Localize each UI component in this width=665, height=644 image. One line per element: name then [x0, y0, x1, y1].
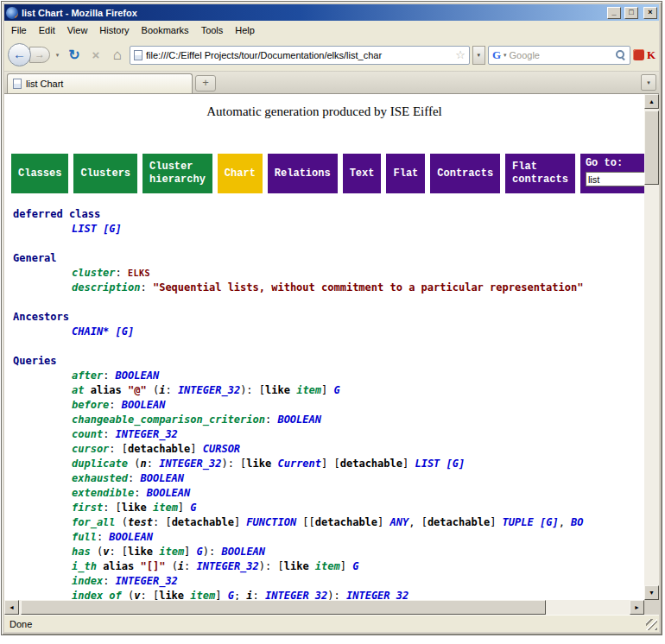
reload-icon[interactable]: ↻: [65, 47, 84, 63]
nav-button-flat[interactable]: Flat: [386, 154, 425, 193]
search-box[interactable]: G ▾ Google: [488, 46, 630, 65]
doc-seg-feat[interactable]: item: [190, 590, 215, 600]
doc-seg-cls[interactable]: INTEGER_32: [178, 384, 240, 396]
vertical-scroll-thumb[interactable]: [644, 110, 659, 185]
doc-seg-cls[interactable]: TUPLE: [503, 516, 534, 528]
doc-seg-feat[interactable]: extendible: [72, 487, 134, 499]
search-icon[interactable]: [615, 49, 626, 60]
doc-seg-cls[interactable]: INTEGER_32: [197, 560, 259, 572]
doc-seg-cls[interactable]: BOOLEAN: [221, 546, 265, 558]
doc-seg-cls[interactable]: G: [228, 590, 234, 600]
nav-button-relations[interactable]: Relations: [268, 154, 338, 193]
scroll-down-button[interactable]: ▼: [644, 585, 659, 600]
doc-seg-cls[interactable]: BO: [571, 516, 583, 528]
doc-seg-cls[interactable]: [G]: [116, 325, 135, 338]
nav-button-cluster-hierarchy[interactable]: Cluster hierarchy: [142, 154, 212, 193]
doc-seg-feat[interactable]: for_all: [72, 516, 116, 528]
doc-seg-cls[interactable]: BOOLEAN: [122, 399, 166, 411]
vertical-scroll-track[interactable]: [644, 109, 659, 585]
scroll-left-button[interactable]: ◄: [4, 600, 19, 615]
url-text[interactable]: file:///C:/Eiffel Projects/tour/Document…: [146, 50, 452, 60]
doc-seg-cls[interactable]: INTEGER_32: [346, 590, 408, 600]
menu-item-history[interactable]: History: [94, 23, 134, 37]
doc-seg-feat[interactable]: index_of: [72, 590, 122, 600]
horizontal-scroll-track[interactable]: [19, 600, 630, 615]
doc-seg-cls[interactable]: G: [352, 560, 358, 572]
doc-seg-cls[interactable]: LIST: [415, 458, 440, 470]
doc-seg-cls[interactable]: BOOLEAN: [116, 369, 160, 382]
menu-item-bookmarks[interactable]: Bookmarks: [136, 23, 194, 37]
history-dropdown-icon[interactable]: ▾: [53, 52, 62, 59]
menu-item-help[interactable]: Help: [230, 23, 260, 37]
back-button[interactable]: ←: [8, 43, 31, 66]
doc-seg-feat[interactable]: first: [72, 502, 103, 514]
doc-seg-feat[interactable]: i_th: [72, 560, 97, 572]
menu-item-view[interactable]: View: [62, 23, 93, 37]
nav-button-classes[interactable]: Classes: [11, 154, 68, 193]
scroll-right-button[interactable]: ►: [630, 600, 644, 615]
doc-seg-cls[interactable]: G: [334, 384, 340, 396]
doc-seg-cls[interactable]: [G]: [446, 458, 466, 470]
doc-seg-feat[interactable]: before: [72, 399, 109, 411]
doc-seg-feat[interactable]: item: [153, 502, 178, 514]
doc-seg-cls[interactable]: ANY: [390, 516, 409, 528]
horizontal-scrollbar[interactable]: ◄ ►: [4, 600, 644, 615]
doc-seg-feat[interactable]: has: [72, 546, 91, 558]
doc-seg-feat[interactable]: after: [72, 369, 103, 382]
doc-seg-feat[interactable]: count: [72, 428, 103, 440]
doc-seg-cls[interactable]: BOOLEAN: [277, 414, 321, 426]
minimize-button[interactable]: _: [607, 7, 621, 19]
doc-seg-feat[interactable]: index: [72, 575, 103, 587]
resize-grip[interactable]: [646, 619, 657, 630]
doc-seg-cls[interactable]: G: [190, 502, 196, 514]
stop-icon[interactable]: ×: [86, 47, 105, 62]
url-dropdown-button[interactable]: ▾: [472, 46, 485, 65]
doc-seg-feat[interactable]: item: [159, 546, 184, 558]
nav-button-flat-contracts[interactable]: Flat contracts: [505, 154, 575, 193]
goto-input[interactable]: [586, 172, 644, 186]
doc-seg-feat[interactable]: at: [72, 384, 84, 396]
search-input[interactable]: Google: [510, 50, 612, 60]
doc-seg-cls[interactable]: BOOLEAN: [147, 487, 191, 499]
horizontal-scroll-thumb[interactable]: [21, 600, 546, 615]
tab-list-dropdown-icon[interactable]: ▾: [641, 74, 656, 91]
doc-seg-cls[interactable]: [G]: [103, 223, 122, 235]
new-tab-button[interactable]: +: [195, 75, 216, 92]
tab-list-chart[interactable]: list Chart: [7, 73, 193, 93]
addon-icon-red[interactable]: [633, 49, 644, 60]
doc-seg-feat[interactable]: duplicate: [72, 458, 128, 470]
doc-seg-cls[interactable]: INTEGER_32: [116, 575, 178, 587]
bookmark-star-icon[interactable]: ☆: [455, 48, 466, 61]
doc-seg-feat[interactable]: cursor: [72, 443, 109, 455]
doc-seg-cls[interactable]: FUNCTION: [246, 516, 296, 528]
nav-button-contracts[interactable]: Contracts: [430, 154, 500, 193]
address-bar[interactable]: file:///C:/Eiffel Projects/tour/Document…: [130, 46, 470, 65]
home-icon[interactable]: ⌂: [108, 47, 127, 64]
search-engine-dropdown-icon[interactable]: ▾: [504, 52, 507, 59]
doc-seg-cls[interactable]: G: [197, 546, 203, 558]
nav-button-text[interactable]: Text: [343, 154, 382, 193]
maximize-button[interactable]: □: [624, 7, 638, 19]
doc-seg-cls[interactable]: Current: [277, 458, 321, 470]
menu-item-file[interactable]: File: [6, 23, 32, 37]
scroll-up-button[interactable]: ▲: [644, 94, 659, 109]
doc-seg-cls[interactable]: CURSOR: [203, 443, 240, 455]
vertical-scrollbar[interactable]: ▲ ▼: [644, 94, 659, 600]
doc-seg-cls[interactable]: INTEGER_32: [116, 428, 178, 440]
doc-seg-cls[interactable]: CHAIN*: [72, 325, 109, 338]
doc-seg-cls[interactable]: BOOLEAN: [140, 472, 184, 484]
doc-seg-feat[interactable]: item: [315, 560, 340, 572]
menu-item-edit[interactable]: Edit: [34, 23, 60, 37]
nav-button-clusters[interactable]: Clusters: [73, 154, 137, 193]
doc-seg-cls[interactable]: LIST: [72, 223, 97, 235]
doc-seg-feat[interactable]: item: [296, 384, 321, 396]
doc-seg-feat[interactable]: changeable_comparison_criterion: [72, 414, 265, 426]
doc-seg-cls[interactable]: BOOLEAN: [109, 531, 153, 543]
doc-seg-cls[interactable]: INTEGER_32: [159, 458, 221, 470]
doc-seg-cls[interactable]: [G]: [540, 516, 559, 528]
forward-button[interactable]: →: [29, 47, 50, 63]
nav-button-chart[interactable]: Chart: [218, 154, 263, 193]
addon-icon-k[interactable]: K: [647, 48, 656, 62]
doc-seg-feat[interactable]: exhausted: [72, 472, 128, 484]
close-button[interactable]: ×: [643, 7, 657, 19]
